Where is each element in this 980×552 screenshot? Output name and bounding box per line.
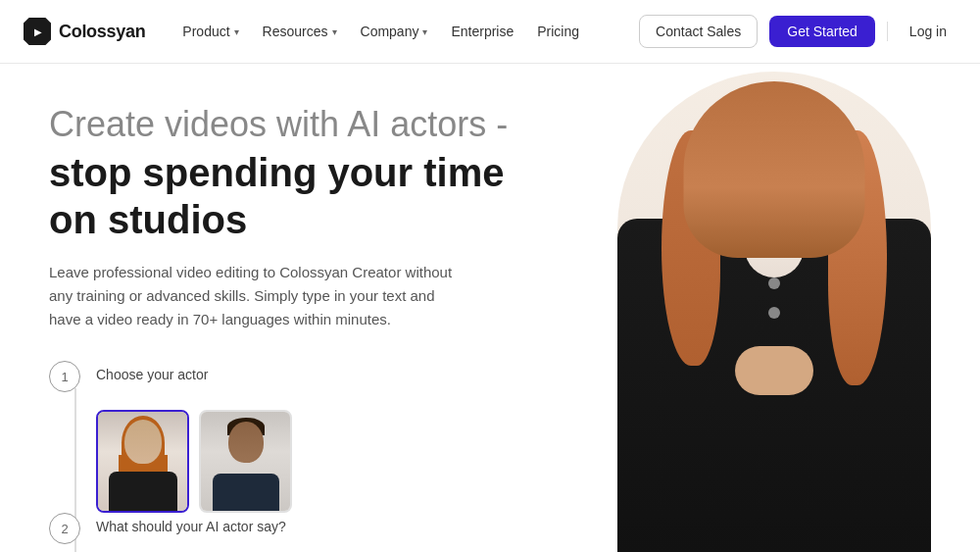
actor1-body [109, 472, 177, 511]
logo-icon [24, 18, 51, 45]
chevron-down-icon: ▾ [422, 26, 427, 37]
step-2: 2 What should your AI actor say? [49, 513, 519, 544]
actor-visual [568, 64, 980, 552]
navbar: Colossyan Product ▾ Resources ▾ Company … [0, 0, 980, 64]
navbar-left: Colossyan Product ▾ Resources ▾ Company … [24, 18, 589, 45]
step-2-circle: 2 [49, 513, 80, 544]
nav-divider [887, 22, 888, 41]
nav-resources-label: Resources [263, 24, 328, 39]
chevron-down-icon: ▾ [332, 26, 337, 37]
steps-container: 1 Choose your actor [49, 361, 519, 552]
nav-item-pricing[interactable]: Pricing [527, 18, 589, 45]
outfit-button-3 [768, 307, 780, 319]
step-2-number: 2 [61, 522, 68, 536]
actor1-image [98, 412, 187, 511]
actor2-head [228, 422, 264, 463]
nav-item-enterprise[interactable]: Enterprise [441, 18, 523, 45]
nav-item-resources[interactable]: Resources ▾ [253, 18, 347, 45]
hero-headline-bold: stop spending your time on studios [49, 149, 519, 243]
actor-selection-row [96, 410, 519, 513]
logo[interactable]: Colossyan [24, 18, 145, 45]
step-1-number: 1 [61, 370, 68, 384]
hero-subtitle: Leave professional video editing to Colo… [49, 261, 461, 331]
navbar-right: Contact Sales Get Started Log in [639, 15, 956, 48]
actor-thumb-2[interactable] [199, 410, 292, 513]
actor2-body [213, 474, 279, 511]
chevron-down-icon: ▾ [234, 26, 239, 37]
step-1-circle: 1 [49, 361, 80, 392]
outfit-button-2 [768, 277, 780, 289]
hero-left: Create videos with AI actors - stop spen… [0, 64, 519, 552]
nav-product-label: Product [182, 24, 229, 39]
step-1: 1 Choose your actor [49, 361, 519, 392]
actor1-head [124, 420, 162, 464]
actor-hair-top [684, 81, 865, 258]
login-button[interactable]: Log in [900, 18, 956, 45]
actor-hands [735, 346, 813, 395]
nav-item-product[interactable]: Product ▾ [172, 18, 248, 45]
get-started-button[interactable]: Get Started [769, 16, 875, 47]
nav-links: Product ▾ Resources ▾ Company ▾ Enterpri… [172, 18, 589, 45]
actor-thumb-1[interactable] [96, 410, 189, 513]
actor-body [617, 72, 931, 552]
nav-company-label: Company [361, 24, 419, 39]
nav-pricing-label: Pricing [537, 24, 579, 39]
step-1-label: Choose your actor [96, 361, 208, 382]
ai-actor-figure [568, 64, 980, 552]
hero-headline-light: Create videos with AI actors - [49, 103, 519, 145]
step-2-label: What should your AI actor say? [96, 513, 286, 534]
logo-text: Colossyan [59, 22, 145, 42]
nav-item-company[interactable]: Company ▾ [351, 18, 438, 45]
main-content: Create videos with AI actors - stop spen… [0, 64, 980, 552]
contact-sales-button[interactable]: Contact Sales [639, 15, 758, 48]
hero-right [519, 64, 980, 552]
nav-enterprise-label: Enterprise [451, 24, 514, 39]
actor2-image [201, 412, 290, 511]
